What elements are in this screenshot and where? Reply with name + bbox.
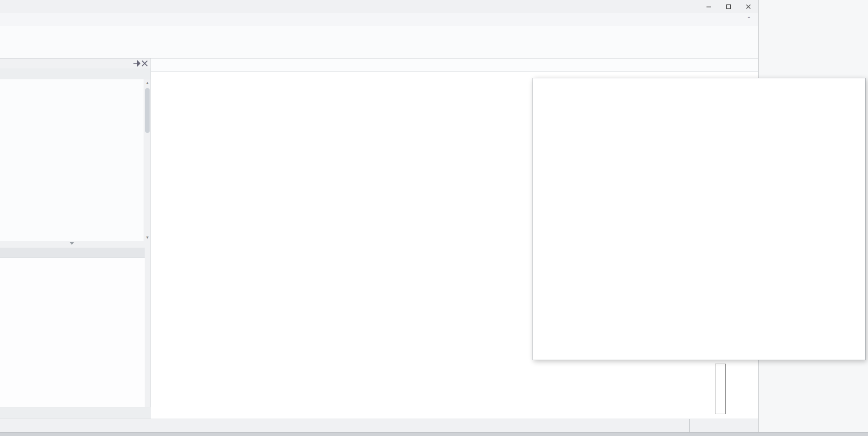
colorbar-gradient — [715, 364, 726, 414]
tree-overflow-icon[interactable] — [69, 242, 74, 245]
screenshot-stage: ⌃ ▲ ▼ — [0, 0, 868, 436]
result-chart-window — [533, 78, 866, 360]
browser-header — [0, 58, 151, 68]
tree-scrollbar[interactable]: ▲ ▼ — [144, 79, 151, 241]
title-bar — [0, 0, 758, 13]
close-panel-icon[interactable] — [141, 59, 149, 67]
browser-bottom-tabs — [0, 407, 151, 419]
status-bar — [0, 419, 758, 432]
scrollbar-thumb[interactable] — [145, 88, 150, 133]
taskbar-strip — [0, 432, 868, 436]
model-size-readout — [689, 419, 758, 432]
properties-panel — [0, 248, 145, 407]
reliability-title — [533, 93, 865, 102]
pin-icon[interactable] — [133, 59, 141, 67]
collapse-ribbon-icon[interactable]: ⌃ — [747, 16, 751, 21]
bearing-model[interactable] — [265, 93, 528, 415]
colorbar — [715, 362, 758, 416]
chart-tabs — [533, 78, 865, 92]
model-tree — [0, 79, 145, 241]
close-button[interactable] — [738, 0, 758, 13]
ribbon-tab-bar — [0, 13, 758, 27]
axis-triad — [178, 324, 223, 368]
maximize-button[interactable] — [718, 0, 738, 13]
component-browser-panel: ▲ ▼ — [0, 58, 151, 419]
ribbon — [0, 26, 758, 58]
minimize-button[interactable] — [699, 0, 718, 13]
scroll-up-icon[interactable]: ▲ — [144, 79, 151, 86]
browser-tabs — [0, 68, 151, 79]
viewport-toolbar — [151, 58, 758, 72]
properties-header — [0, 248, 145, 258]
scroll-down-icon[interactable]: ▼ — [144, 234, 151, 241]
